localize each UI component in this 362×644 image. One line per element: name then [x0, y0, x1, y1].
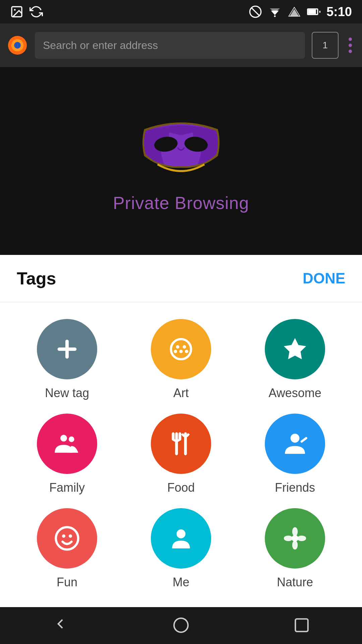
svg-point-6 [274, 15, 276, 17]
tab-count: 1 [322, 40, 328, 51]
tag-circle-awesome [265, 319, 325, 379]
tag-circle-art [151, 319, 211, 379]
svg-marker-25 [284, 338, 306, 359]
svg-line-34 [302, 438, 306, 441]
svg-point-43 [297, 536, 306, 541]
tags-section: Tags DONE New tag [0, 255, 362, 644]
svg-point-26 [60, 435, 67, 441]
status-bar-right-icons: 5:10 [249, 5, 352, 19]
svg-point-42 [284, 536, 293, 541]
svg-point-14 [14, 42, 21, 49]
mask-icon [134, 109, 228, 183]
tag-label-family: Family [49, 481, 85, 495]
svg-point-27 [69, 436, 74, 442]
done-button[interactable]: DONE [303, 270, 345, 287]
tag-label-fun: Fun [57, 575, 77, 589]
svg-rect-11 [309, 10, 315, 13]
tag-circle-me [151, 508, 211, 569]
svg-point-20 [176, 345, 179, 348]
wifi-icon [268, 5, 282, 18]
tag-label-awesome: Awesome [268, 386, 321, 400]
home-button[interactable] [173, 617, 189, 635]
svg-point-22 [179, 350, 183, 353]
tag-circle-nature [265, 508, 325, 569]
tags-header: Tags DONE [0, 255, 362, 302]
block-icon [249, 5, 262, 18]
svg-point-40 [292, 527, 298, 536]
tag-label-art: Art [173, 386, 189, 400]
search-placeholder: Search or enter address [43, 39, 158, 52]
tags-grid: New tag Art Awe [0, 302, 362, 606]
clock: 5:10 [326, 5, 352, 19]
tag-circle-fun [37, 508, 97, 569]
signal-icon [288, 5, 301, 18]
tag-circle-friends [265, 414, 325, 474]
tag-item-awesome[interactable]: Awesome [241, 319, 349, 400]
tag-label-nature: Nature [277, 575, 313, 589]
svg-point-21 [183, 345, 186, 348]
svg-point-24 [185, 350, 188, 353]
browser-toolbar: Search or enter address 1 [0, 23, 362, 67]
svg-point-23 [174, 350, 177, 353]
svg-point-1 [14, 9, 16, 11]
tag-circle-family [37, 414, 97, 474]
menu-dot-1 [349, 38, 352, 41]
svg-point-38 [177, 529, 186, 538]
svg-point-44 [174, 618, 188, 632]
tag-item-family[interactable]: Family [13, 414, 121, 495]
bottom-nav [0, 607, 362, 644]
battery-icon [307, 5, 320, 18]
tag-item-nature[interactable]: Nature [241, 508, 349, 589]
tag-item-fun[interactable]: Fun [13, 508, 121, 589]
tag-label-friends: Friends [275, 481, 315, 495]
tag-item-food[interactable]: Food [127, 414, 235, 495]
private-browsing-section: Private Browsing [0, 67, 362, 255]
status-bar-left-icons [10, 5, 43, 18]
tag-item-art[interactable]: Art [127, 319, 235, 400]
image-icon [10, 5, 23, 18]
recent-button[interactable] [293, 617, 310, 635]
tag-label-food: Food [167, 481, 195, 495]
tag-item-new-tag[interactable]: New tag [13, 319, 121, 400]
tag-item-me[interactable]: Me [127, 508, 235, 589]
status-bar: 5:10 [0, 0, 362, 23]
svg-rect-45 [295, 619, 308, 632]
menu-dot-2 [349, 44, 352, 47]
tag-item-friends[interactable]: Friends [241, 414, 349, 495]
svg-line-3 [251, 8, 259, 16]
tag-circle-food [151, 414, 211, 474]
back-button[interactable] [52, 615, 69, 636]
tag-label-me: Me [173, 575, 189, 589]
svg-point-33 [291, 434, 300, 443]
tags-title: Tags [17, 268, 56, 288]
refresh-icon [29, 5, 43, 18]
firefox-icon [7, 35, 28, 56]
tag-circle-new-tag [37, 319, 97, 379]
svg-point-41 [292, 541, 298, 550]
svg-point-19 [171, 339, 191, 359]
svg-point-35 [56, 527, 78, 550]
tag-label-new-tag: New tag [45, 386, 89, 400]
menu-dot-3 [349, 50, 352, 53]
svg-point-36 [62, 534, 65, 538]
address-bar[interactable]: Search or enter address [35, 32, 305, 59]
menu-button[interactable] [345, 34, 355, 56]
tab-button[interactable]: 1 [312, 32, 339, 59]
private-browsing-title: Private Browsing [113, 193, 249, 213]
svg-point-37 [69, 534, 72, 538]
